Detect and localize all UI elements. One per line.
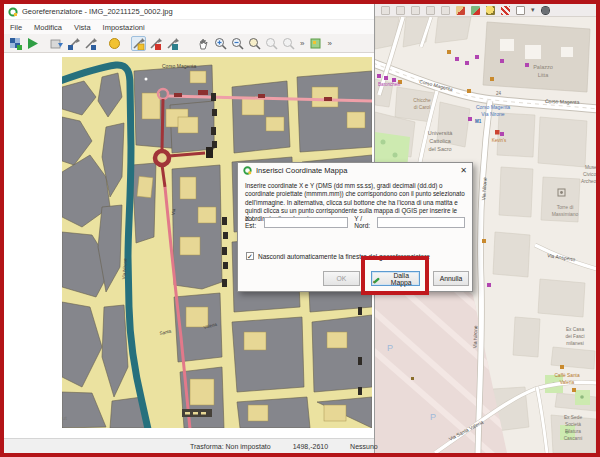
menu-modifica[interactable]: Modifica	[28, 23, 68, 32]
canvas-corner-note: ut	[62, 415, 67, 421]
svg-text:Valeria: Valeria	[560, 380, 575, 385]
svg-text:Litta: Litta	[538, 72, 549, 78]
georeferencer-statusbar: Trasforma: Non impostato 1498,-2610 Ness…	[4, 438, 374, 453]
raster-scale-cartouche	[182, 409, 212, 417]
toolbar-overflow-icon[interactable]: »	[297, 39, 307, 48]
save-gcp-icon[interactable]	[83, 36, 98, 51]
svg-text:Torre di: Torre di	[557, 204, 574, 210]
svg-text:Via: Via	[171, 208, 177, 216]
svg-text:M1: M1	[475, 119, 482, 124]
x-east-input[interactable]	[264, 217, 348, 228]
zoom-last-icon[interactable]	[264, 36, 279, 51]
svg-text:Palazzo: Palazzo	[533, 64, 553, 70]
svg-text:Baronchelli: Baronchelli	[378, 82, 400, 87]
georeferencer-menubar: File Modifica Vista Impostazioni	[4, 20, 374, 34]
toolbar-overflow-icon-2[interactable]: »	[324, 39, 334, 48]
svg-text:Università: Università	[428, 130, 453, 136]
svg-text:Corso Magenta: Corso Magenta	[162, 63, 196, 69]
svg-text:Caffè Santa: Caffè Santa	[554, 373, 580, 378]
move-point-icon[interactable]	[165, 36, 180, 51]
load-gcp-icon[interactable]	[66, 36, 81, 51]
svg-text:Ex Casa: Ex Casa	[566, 327, 584, 332]
window-title: Georeferenziatore - IMG_20211125_0002.jp…	[22, 7, 173, 16]
svg-text:Cattolica: Cattolica	[429, 138, 451, 144]
gcp-table-icon[interactable]	[49, 36, 64, 51]
menu-vista[interactable]: Vista	[68, 23, 97, 32]
hide-window-checkbox[interactable]: ✓	[246, 252, 254, 260]
svg-text:di Carol: di Carol	[414, 105, 431, 110]
svg-text:Massimiano: Massimiano	[552, 211, 579, 217]
dropdown-caret-icon[interactable]: ▾	[531, 6, 535, 14]
disabled-tool-icon	[381, 6, 390, 15]
disabled-tool-icon	[396, 6, 405, 15]
disabled-tool-icon	[441, 6, 450, 15]
menu-impostazioni[interactable]: Impostazioni	[97, 23, 151, 32]
delete-point-icon[interactable]	[148, 36, 163, 51]
svg-text:dei Fasci: dei Fasci	[565, 334, 584, 339]
screenshot-frame: ▾	[0, 0, 600, 457]
pan-icon[interactable]	[196, 36, 211, 51]
measure-icon[interactable]	[501, 6, 510, 15]
svg-text:24: 24	[496, 91, 502, 96]
svg-text:Cascami: Cascami	[564, 436, 583, 441]
x-east-label: X / Est:	[245, 215, 261, 229]
status-coordinates: 1498,-2610	[293, 443, 328, 450]
start-georeferencing-icon[interactable]	[25, 36, 40, 51]
svg-text:Muse: Muse	[585, 165, 596, 170]
ok-button[interactable]: OK	[323, 271, 360, 286]
svg-text:Archeolo: Archeolo	[581, 179, 596, 184]
svg-text:Civico: Civico	[583, 172, 596, 177]
georeferencer-titlebar: Georeferenziatore - IMG_20211125_0002.jp…	[4, 4, 374, 20]
georef-raster-icon[interactable]	[308, 36, 323, 51]
qgis-main-toolbar: ▾	[375, 4, 596, 17]
zoom-next-icon[interactable]	[281, 36, 296, 51]
svg-text:Corso Magenta: Corso Magenta	[476, 104, 510, 110]
y-north-label: Y / Nord:	[354, 215, 374, 229]
insert-map-coordinates-dialog: Inserisci Coordinate Mappa ✕ Inserire co…	[237, 162, 473, 292]
cancel-button[interactable]: Annulla	[433, 271, 469, 286]
zoom-to-layer-icon[interactable]	[247, 36, 262, 51]
georeferencer-toolbar: » »	[4, 34, 374, 53]
svg-text:Chicche: Chicche	[413, 98, 431, 103]
svg-text:P: P	[387, 343, 393, 353]
menu-file[interactable]: File	[4, 23, 28, 32]
svg-text:P: P	[430, 412, 436, 422]
annotation-highlight-rect	[361, 256, 429, 295]
open-raster-icon[interactable]	[8, 36, 23, 51]
svg-text:Corso Magenta: Corso Magenta	[545, 98, 580, 105]
globe-icon[interactable]	[541, 6, 550, 15]
transformation-settings-icon[interactable]	[107, 36, 122, 51]
disabled-tool-icon	[426, 6, 435, 15]
qgis-logo-icon	[8, 7, 18, 17]
zoom-in-icon[interactable]	[213, 36, 228, 51]
qgis-logo-icon	[243, 166, 252, 175]
layout-icon[interactable]	[516, 6, 525, 15]
svg-text:milanesi: milanesi	[566, 341, 584, 346]
dialog-title: Inserisci Coordinate Mappa	[256, 166, 460, 175]
zoom-out-icon[interactable]	[230, 36, 245, 51]
identify-icon[interactable]	[486, 6, 495, 15]
svg-text:Kevin's: Kevin's	[492, 138, 507, 143]
svg-text:Via Nirone: Via Nirone	[481, 111, 504, 117]
dialog-titlebar[interactable]: Inserisci Coordinate Mappa ✕	[238, 163, 472, 178]
svg-text:Società: Società	[565, 422, 581, 427]
close-icon[interactable]: ✕	[460, 166, 467, 175]
svg-text:Via Nirone: Via Nirone	[472, 325, 479, 349]
map-marker-icon[interactable]	[456, 6, 465, 15]
svg-text:Filatura: Filatura	[565, 429, 581, 434]
disabled-tool-icon	[411, 6, 420, 15]
status-transform: Trasforma: Non impostato	[190, 443, 271, 450]
new-layer-icon[interactable]	[471, 6, 480, 15]
y-north-input[interactable]	[377, 217, 465, 228]
clothing-shop-icon	[495, 130, 500, 135]
svg-text:del Sacro: del Sacro	[428, 146, 451, 152]
add-point-icon[interactable]	[131, 36, 146, 51]
status-crs: Nessuno	[350, 443, 378, 450]
svg-text:Ex Sede: Ex Sede	[564, 415, 582, 420]
